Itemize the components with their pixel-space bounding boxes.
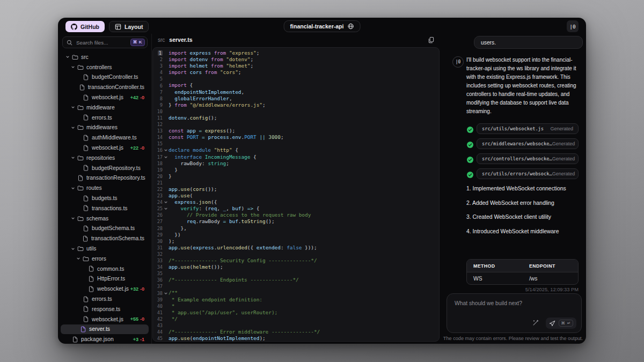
tree-item-label: server.ts [89, 326, 110, 332]
generated-file-card[interactable]: src/utils/websocket.jsGenerated [477, 123, 579, 134]
tree-folder-repositories[interactable]: repositories [58, 153, 149, 163]
tree-folder-src[interactable]: src [58, 52, 149, 62]
tree-item-label: middleware [86, 105, 115, 110]
code-line-5: 5 [153, 76, 439, 82]
top-bar-left: GitHub Layout [65, 21, 149, 32]
code-text: const app = express(); [169, 128, 235, 134]
fold-chevron-icon[interactable] [163, 148, 169, 152]
tree-file-package.json[interactable]: package.json+3-1 [58, 334, 149, 344]
tree-file-authMiddleware.ts[interactable]: authMiddleware.ts [58, 132, 149, 143]
file-icon [83, 316, 89, 322]
tree-file-errors.ts[interactable]: errors.ts [58, 294, 149, 304]
diff-stats: +55-0 [130, 316, 144, 322]
code-text: } from "@/middleware/errors.js"; [169, 102, 266, 108]
file-sidebar: ⌘ K srccontrollersbudgetController.tstra… [58, 34, 152, 344]
tree-file-websocket.js[interactable]: websocket.js+55-0 [58, 314, 149, 324]
tree-file-response.ts[interactable]: response.ts [58, 304, 149, 314]
tree-item-label: budgets.ts [92, 195, 118, 201]
search-input[interactable] [75, 39, 128, 46]
tree-folder-middleware[interactable]: middleware [58, 102, 149, 113]
code-text: import cors from "cors"; [169, 69, 241, 76]
line-number: 36 [153, 277, 163, 283]
tree-folder-middlewares[interactable]: middlewares [58, 123, 149, 133]
disclaimer-text: The code may contain errors. Please revi… [440, 336, 586, 341]
generated-file-path: src/utils/errors/websock… [482, 171, 552, 176]
line-number: 17 [153, 154, 163, 160]
line-number: 16 [153, 147, 163, 153]
tree-file-transactionRepository.ts[interactable]: transactionRepository.ts [58, 173, 149, 183]
code-line-8: 8 globalErrorHandler, [153, 95, 439, 102]
tree-item-label: response.ts [92, 306, 120, 312]
fold-chevron-icon[interactable] [163, 291, 169, 295]
search-icon [67, 40, 72, 46]
github-button[interactable]: GitHub [65, 21, 105, 32]
folder-icon [77, 104, 84, 110]
tree-folder-errors[interactable]: errors [58, 254, 149, 264]
code-line-14: 14const PORT = process.env.PORT || 3000; [153, 134, 439, 141]
tree-file-transactionSchema.ts[interactable]: transactionSchema.ts [58, 233, 149, 243]
v0-logo[interactable]: |0 [567, 20, 579, 32]
tree-file-server.ts[interactable]: server.ts [61, 324, 149, 335]
code-line-35: 35 [153, 270, 439, 277]
chat-input[interactable] [453, 299, 576, 317]
layout-button[interactable]: Layout [109, 21, 149, 32]
fold-chevron-icon[interactable] [163, 200, 169, 204]
tree-folder-utils[interactable]: utils [58, 243, 149, 254]
generated-file-card[interactable]: src/utils/errors/websock…Generated [477, 168, 579, 179]
send-button[interactable]: ⌘ ↵ [546, 317, 576, 329]
tree-file-errors.ts[interactable]: errors.ts [58, 113, 149, 123]
tree-folder-routes[interactable]: routes [58, 183, 149, 193]
project-name-pill[interactable]: financial-tracker-api [284, 20, 361, 32]
code-line-28: 28 }, [153, 225, 439, 232]
tree-item-label: errors.ts [92, 115, 112, 121]
file-search[interactable]: ⌘ K [62, 36, 148, 48]
code-line-2: 2import dotenv from "dotenv"; [153, 56, 439, 63]
tree-item-label: budgetRepository.ts [92, 165, 141, 171]
copy-code-button[interactable] [428, 36, 434, 43]
code-area[interactable]: 1import express from "express";2import d… [152, 47, 440, 342]
tree-folder-schemas[interactable]: schemas [58, 213, 149, 224]
code-line-22: 22app.use(cors()); [153, 186, 439, 193]
code-line-30: 30); [153, 238, 439, 245]
tree-file-budgetRepository.ts[interactable]: budgetRepository.ts [58, 163, 149, 173]
tree-file-HttpError.ts[interactable]: HttpError.ts [58, 274, 149, 284]
chevron-down-icon [70, 154, 76, 161]
chat-input-box: ⌘ ↵ [447, 293, 582, 333]
code-line-27: 27 req.rawBody = buf.toString(); [153, 218, 439, 225]
breadcrumb: src [158, 37, 165, 43]
line-number: 37 [153, 284, 163, 289]
tree-file-transactions.ts[interactable]: transactions.ts [58, 203, 149, 213]
code-text: * [169, 303, 174, 309]
chevron-down-icon [70, 104, 76, 110]
code-line-6: 6import { [153, 82, 439, 88]
tree-file-websocket.js[interactable]: websocket.js+32-0 [58, 284, 149, 294]
enhance-prompt-icon[interactable] [532, 320, 539, 327]
diff-added: +42 [130, 95, 138, 100]
editor-header: src server.ts [152, 32, 440, 47]
line-number: 13 [153, 128, 163, 134]
folder-icon [77, 246, 84, 252]
tree-file-budgetSchema.ts[interactable]: budgetSchema.ts [58, 224, 149, 234]
generated-file-card[interactable]: src/middlewares/websocke…Generated [477, 138, 579, 149]
code-text: app.use(helmet()); [169, 264, 223, 270]
generated-file-status: Generated [550, 126, 573, 131]
fold-chevron-icon[interactable] [163, 206, 169, 211]
tree-file-websocket.js[interactable]: websocket.js+22-0 [58, 143, 149, 153]
tree-file-common.ts[interactable]: common.ts [58, 264, 149, 274]
file-icon [83, 135, 89, 141]
tree-file-websocket.js[interactable]: websocket.js+42-0 [58, 92, 149, 102]
step-item: 4. Introduced WebSocket middleware [466, 228, 559, 234]
generated-file-card[interactable]: src/controllers/websocke…Generated [477, 153, 579, 164]
generated-file-path: src/controllers/websocke… [482, 156, 552, 161]
step-item: 3. Created WebSocket client utility [466, 214, 551, 220]
tree-file-budgetController.ts[interactable]: budgetController.ts [58, 72, 149, 83]
tree-file-transactionController.ts[interactable]: transactionController.ts [58, 82, 149, 92]
code-editor: src server.ts 1import express from "expr… [152, 32, 440, 342]
line-number: 42 [153, 316, 163, 322]
tree-folder-controllers[interactable]: controllers [58, 62, 149, 72]
line-number: 32 [153, 252, 163, 257]
line-number: 30 [153, 239, 163, 244]
fold-chevron-icon[interactable] [163, 155, 169, 159]
tree-file-budgets.ts[interactable]: budgets.ts [58, 193, 149, 203]
chevron-down-icon [65, 54, 70, 60]
